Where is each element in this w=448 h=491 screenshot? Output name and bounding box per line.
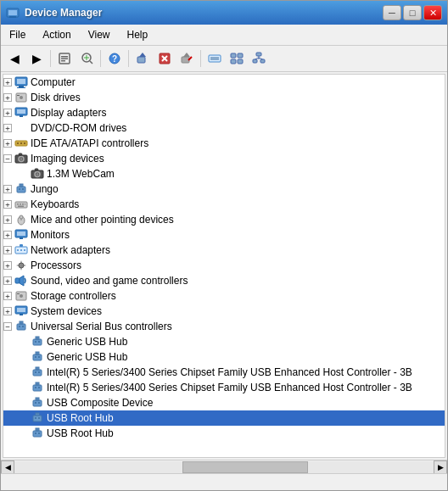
tree-expander[interactable]: + [3, 215, 12, 224]
tree-item[interactable]: +Display adapters [3, 105, 445, 120]
tree-item[interactable]: +Jungo [3, 181, 445, 197]
item-label: Generic USB Hub [47, 351, 127, 363]
svg-rect-79 [20, 244, 23, 247]
tree-expander[interactable]: + [3, 307, 12, 315]
item-label: Sound, video and game controllers [31, 275, 188, 287]
tree-item[interactable]: USB Root Hub [3, 410, 445, 426]
svg-rect-26 [238, 59, 243, 64]
tree-expander[interactable]: + [3, 261, 12, 270]
scroll-right-button[interactable]: ▶ [434, 460, 447, 474]
menu-file[interactable]: File [1, 26, 34, 43]
tree-expander[interactable]: − [3, 154, 12, 163]
tree-expander[interactable]: + [3, 139, 12, 148]
svg-rect-73 [17, 232, 25, 236]
item-icon [31, 427, 44, 440]
tree-expander[interactable]: + [3, 124, 12, 132]
tree-item[interactable]: +IDE ATA/ATAPI controllers [3, 136, 445, 151]
tree-expander[interactable]: + [3, 292, 12, 300]
tree-expander[interactable]: + [3, 109, 12, 117]
forward-button[interactable]: ▶ [26, 48, 47, 69]
svg-marker-14 [139, 53, 146, 57]
resources-by-type-button[interactable] [227, 48, 247, 69]
tree-item[interactable]: −Imaging devices [3, 151, 445, 166]
svg-rect-49 [24, 142, 25, 144]
svg-rect-35 [19, 86, 24, 87]
svg-rect-47 [17, 142, 19, 144]
tree-item[interactable]: +Mice and other pointing devices [3, 212, 445, 227]
svg-rect-88 [17, 308, 25, 312]
tree-item[interactable]: +Processors [3, 258, 445, 273]
update-driver-button[interactable] [132, 48, 153, 69]
svg-rect-53 [19, 153, 22, 155]
svg-rect-89 [20, 314, 23, 315]
toolbar-separator-4 [200, 50, 201, 67]
svg-rect-48 [20, 142, 22, 144]
tree-item[interactable]: +Network adapters [3, 243, 445, 258]
horizontal-scrollbar[interactable]: ◀ ▶ [1, 460, 447, 473]
view-resources-button[interactable] [204, 48, 225, 69]
svg-point-71 [20, 215, 23, 219]
menu-bar: File Action View Help [1, 25, 447, 46]
tree-item[interactable]: USB Root Hub [3, 426, 445, 441]
scroll-track-h[interactable] [14, 461, 434, 473]
uninstall-button[interactable] [154, 48, 175, 69]
item-label: Display adapters [31, 107, 106, 119]
back-button[interactable]: ◀ [4, 48, 25, 69]
toolbar: ◀ ▶ ? [1, 46, 447, 72]
svg-rect-24 [238, 53, 243, 58]
tree-item[interactable]: Generic USB Hub [3, 349, 445, 365]
menu-view[interactable]: View [80, 26, 119, 43]
tree-item[interactable]: +Keyboards [3, 197, 445, 212]
scroll-thumb-h[interactable] [182, 461, 308, 473]
tree-item[interactable]: Intel(R) 5 Series/3400 Series Chipset Fa… [3, 365, 445, 380]
svg-point-38 [20, 96, 23, 99]
svg-point-76 [17, 249, 19, 251]
menu-action[interactable]: Action [34, 26, 79, 43]
tree-expander[interactable]: + [3, 231, 12, 239]
tree-item[interactable]: +Monitors [3, 227, 445, 243]
scan-button[interactable] [76, 48, 97, 69]
tree-item[interactable]: +System devices [3, 304, 445, 319]
svg-rect-36 [17, 87, 25, 88]
resources-by-connection-button[interactable] [249, 48, 269, 69]
help-button[interactable]: ? [104, 48, 125, 69]
tree-item[interactable]: +DVD/CD-ROM drives [3, 120, 445, 136]
item-label: Generic USB Hub [47, 336, 127, 348]
disable-button[interactable] [176, 48, 197, 69]
tree-item[interactable]: 1.3M WebCam [3, 166, 445, 181]
svg-rect-5 [61, 59, 68, 60]
close-button[interactable]: ✕ [423, 5, 442, 20]
tree-item[interactable]: Generic USB Hub [3, 334, 445, 349]
tree-item[interactable]: Intel(R) 5 Series/3400 Series Chipset Fa… [3, 380, 445, 395]
tree-item[interactable]: +Computer [3, 75, 445, 90]
device-tree[interactable]: +Computer+Disk drives+Display adapters+D… [3, 74, 445, 458]
minimize-button[interactable]: ─ [383, 5, 401, 20]
tree-item[interactable]: +Sound, video and game controllers [3, 273, 445, 288]
tree-item[interactable]: −Universal Serial Bus controllers [3, 319, 445, 334]
svg-rect-128 [35, 432, 36, 434]
tree-expander[interactable]: + [3, 78, 12, 86]
svg-rect-22 [210, 57, 219, 60]
tree-expander[interactable]: + [3, 185, 12, 193]
item-label: USB Root Hub [47, 427, 114, 439]
tree-item[interactable]: USB Composite Device [3, 395, 445, 410]
tree-expander[interactable]: + [3, 200, 12, 209]
tree-expander[interactable]: + [3, 246, 12, 254]
item-icon [14, 243, 28, 257]
properties-button[interactable] [54, 48, 75, 69]
maximize-button[interactable]: □ [403, 5, 422, 20]
tree-item[interactable]: +Storage controllers [3, 288, 445, 304]
svg-rect-114 [38, 387, 40, 388]
tree-item[interactable]: +Disk drives [3, 90, 445, 105]
item-icon [14, 228, 28, 242]
item-label: Mice and other pointing devices [31, 214, 174, 226]
item-label: Intel(R) 5 Series/3400 Series Chipset Fa… [47, 366, 412, 378]
svg-rect-64 [17, 204, 19, 205]
svg-rect-68 [18, 206, 24, 208]
menu-help[interactable]: Help [119, 26, 157, 43]
tree-expander[interactable]: + [3, 276, 12, 285]
scroll-left-button[interactable]: ◀ [1, 460, 14, 474]
tree-expander[interactable]: + [3, 93, 12, 102]
tree-expander[interactable]: − [3, 322, 12, 331]
svg-rect-118 [35, 402, 36, 404]
